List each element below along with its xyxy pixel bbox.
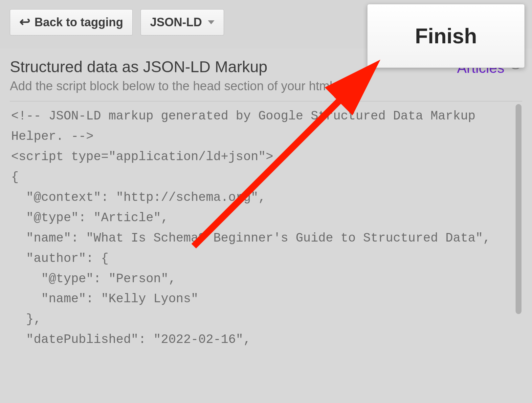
back-to-tagging-button[interactable]: ↩ Back to tagging xyxy=(10,9,133,35)
code-block[interactable]: <!-- JSON-LD markup generated by Google … xyxy=(10,101,522,384)
format-dropdown-button[interactable]: JSON-LD xyxy=(141,9,224,35)
scrollbar-track[interactable] xyxy=(515,103,522,384)
back-arrow-icon: ↩ xyxy=(19,15,31,28)
header-text-block: Structured data as JSON-LD Markup Add th… xyxy=(10,58,336,99)
content-area: Structured data as JSON-LD Markup Add th… xyxy=(0,49,532,384)
finish-label: Finish xyxy=(415,24,477,48)
back-label: Back to tagging xyxy=(34,15,123,29)
format-label: JSON-LD xyxy=(150,15,202,29)
code-wrapper: <!-- JSON-LD markup generated by Google … xyxy=(10,101,522,384)
page-title: Structured data as JSON-LD Markup xyxy=(10,58,336,76)
scrollbar-thumb[interactable] xyxy=(516,104,521,314)
finish-button[interactable]: Finish xyxy=(367,4,525,68)
page-subtitle: Add the script block below to the head s… xyxy=(10,79,336,93)
chevron-down-icon xyxy=(208,20,214,24)
